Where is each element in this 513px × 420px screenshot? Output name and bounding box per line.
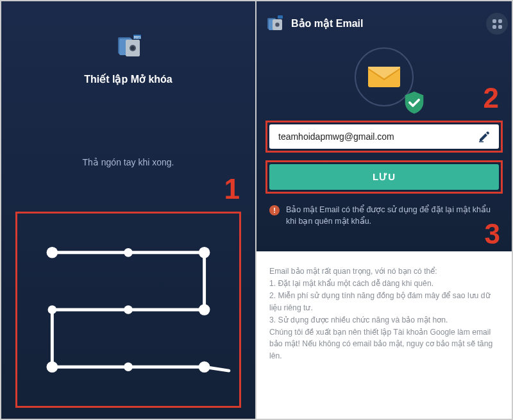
desc-line-3: 3. Sử dụng được nhiều chức năng và bảo m… [269,314,499,326]
email-input-container[interactable] [269,124,499,149]
header-bar: Bảo mật Email [256,10,512,36]
svg-point-15 [124,362,133,371]
mail-badge [355,47,414,106]
save-button-highlight: LƯU [265,160,503,194]
apps-grid-button[interactable] [486,13,508,35]
mail-icon [367,64,401,90]
pattern-lock[interactable] [17,214,239,406]
svg-point-10 [199,247,210,258]
svg-point-5 [131,46,135,50]
svg-point-14 [47,361,58,373]
step-badge-2: 2 [484,82,499,114]
page-title: Thiết lập Mở khóa [1,73,255,85]
step-badge-1: 1 [224,173,240,205]
svg-point-9 [124,248,133,257]
email-input[interactable] [278,131,478,142]
step-badge-3: 3 [485,218,500,250]
header-title: Bảo mật Email [291,17,363,29]
description-panel: Email bảo mật rất quan trọng, với nó bạn… [256,251,512,419]
email-security-screen: Bảo mật Email 2 LƯU ! [256,1,512,419]
svg-point-16 [199,361,210,373]
shield-check-icon [397,90,415,108]
svg-point-20 [275,22,279,26]
save-button[interactable]: LƯU [269,164,499,190]
pattern-highlight-box [15,212,241,408]
edit-icon[interactable] [478,131,490,142]
desc-outro: Chúng tôi đề xuất bạn nên thiết lập Tài … [269,326,499,363]
info-text: Bảo mật Email có thể được sử dụng để đặt… [286,204,499,227]
svg-point-13 [199,304,210,315]
info-alert-icon: ! [269,205,280,215]
svg-rect-21 [278,15,283,19]
desc-line-2: 2. Miễn phí sử dụng tính năng đồng bộ đá… [269,290,499,314]
email-field-highlight [265,121,503,153]
desc-line-1: 1. Đặt lại mật khẩu một cách dễ dàng khi… [269,278,499,290]
svg-point-11 [48,305,57,314]
app-icon: 2021 [114,31,142,59]
app-icon-small [265,14,283,32]
svg-point-8 [47,247,58,258]
svg-point-12 [124,305,133,314]
info-row: ! Bảo mật Email có thể được sử dụng để đ… [269,204,499,227]
pattern-hint: Thả ngón tay khi xong. [1,157,255,167]
desc-intro: Email bảo mật rất quan trọng, với nó bạn… [269,265,499,278]
svg-text:2021: 2021 [133,35,140,39]
setup-unlock-screen: 2021 Thiết lập Mở khóa Thả ngón tay khi … [1,1,256,419]
